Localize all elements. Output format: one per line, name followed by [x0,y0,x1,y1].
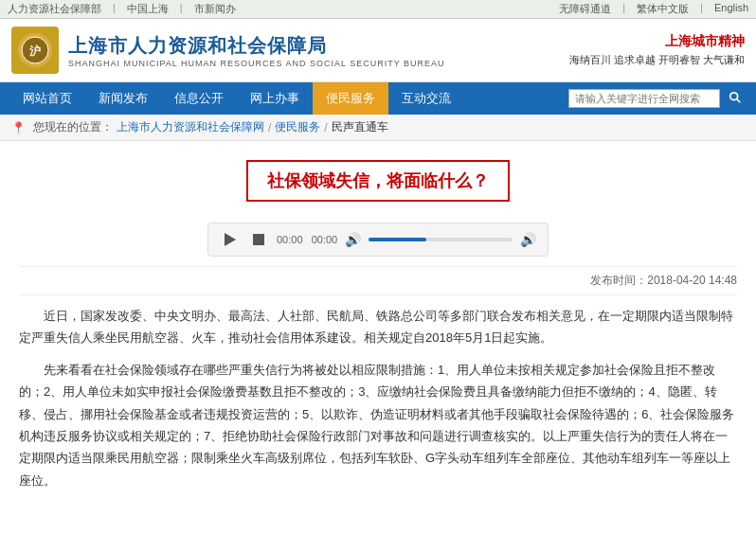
nav-search [568,88,747,110]
top-bar-right: 无障碍通道 | 繁体中文版 | English [559,2,748,16]
nav-items: 网站首页 新闻发布 信息公开 网上办事 便民服务 互动交流 [9,82,464,115]
spirit-text: 海纳百川 追求卓越 开明睿智 大气谦和 [569,52,745,68]
header-right: 上海城市精神 海纳百川 追求卓越 开明睿智 大气谦和 [569,33,745,68]
publish-date: 发布时间：2018-04-20 14:48 [19,266,737,295]
topbar-link-0[interactable]: 人力资源社会保障部 [8,2,101,16]
navigation: 网站首页 新闻发布 信息公开 网上办事 便民服务 互动交流 [0,82,756,115]
article-title-wrapper: 社保领域失信，将面临什么？ [19,151,737,213]
audio-total: 00:00 [312,234,338,245]
logo-svg: 沪 [21,36,49,64]
location-icon: 📍 [11,121,26,134]
title-zh: 上海市人力资源和社会保障局 [68,33,445,59]
topbar-link-2[interactable]: 市新闻办 [194,2,236,16]
volume-icon[interactable]: 🔊 [345,232,361,247]
stop-button[interactable] [248,229,269,250]
svg-text:沪: 沪 [29,45,41,58]
article-body: 近日，国家发改委、中央文明办、最高法、人社部、民航局、铁路总公司等多部门联合发布… [19,305,737,491]
topbar-link-fanti[interactable]: 繁体中文版 [637,2,689,16]
search-button[interactable] [724,88,747,110]
title-en: SHANGHAI MUNICIPAL HUMAN RESOURCES AND S… [68,59,445,68]
breadcrumb-link-0[interactable]: 上海市人力资源和社会保障网 [117,119,264,135]
nav-item-home[interactable]: 网站首页 [9,82,85,115]
stop-icon [253,234,264,245]
logo-box: 沪 [11,27,59,74]
topbar-link-wuzhanghui[interactable]: 无障碍通道 [559,2,611,16]
search-input[interactable] [568,89,720,108]
volume-max-icon: 🔊 [520,232,536,247]
svg-line-3 [737,98,741,102]
nav-item-news[interactable]: 新闻发布 [85,82,161,115]
breadcrumb: 📍 您现在的位置： 上海市人力资源和社会保障网 / 便民服务 / 民声直通车 [0,115,756,141]
topbar-link-english[interactable]: English [714,2,748,16]
content-area: 社保领域失信，将面临什么？ 00:00 00:00 🔊 🔊 发布时间：2018-… [0,141,756,520]
top-bar: 人力资源社会保障部 | 中国上海 | 市新闻办 无障碍通道 | 繁体中文版 | … [0,0,756,19]
article-title-box: 社保领域失信，将面临什么？ [246,160,510,202]
audio-time: 00:00 00:00 [277,234,337,245]
header: 沪 上海市人力资源和社会保障局 SHANGHAI MUNICIPAL HUMAN… [0,19,756,82]
spirit-title: 上海城市精神 [569,33,745,50]
audio-progress-fill [369,238,426,241]
breadcrumb-label: 您现在的位置： [33,119,113,135]
article-title: 社保领域失信，将面临什么？ [267,169,489,192]
topbar-link-1[interactable]: 中国上海 [127,2,169,16]
breadcrumb-link-1[interactable]: 便民服务 [275,119,320,135]
header-title: 上海市人力资源和社会保障局 SHANGHAI MUNICIPAL HUMAN R… [68,33,445,68]
play-button[interactable] [220,229,241,250]
audio-progress-bar[interactable] [369,238,513,241]
article-paragraph-0: 近日，国家发改委、中央文明办、最高法、人社部、民航局、铁路总公司等多部门联合发布… [19,305,737,349]
nav-item-online[interactable]: 网上办事 [237,82,313,115]
audio-player: 00:00 00:00 🔊 🔊 [207,223,549,257]
nav-item-info[interactable]: 信息公开 [161,82,237,115]
search-icon [729,91,742,104]
svg-point-2 [730,92,738,99]
article-paragraph-1: 先来看看在社会保险领域存在哪些严重失信行为将被处以相应限制措施：1、用人单位未按… [19,359,737,491]
header-left: 沪 上海市人力资源和社会保障局 SHANGHAI MUNICIPAL HUMAN… [11,27,445,74]
logo-icon: 沪 [18,33,52,67]
nav-item-service[interactable]: 便民服务 [313,82,388,115]
nav-item-interact[interactable]: 互动交流 [388,82,464,115]
top-bar-left: 人力资源社会保障部 | 中国上海 | 市新闻办 [8,2,236,16]
breadcrumb-current: 民声直通车 [332,119,388,135]
audio-current: 00:00 [277,234,303,245]
play-icon [225,233,236,246]
